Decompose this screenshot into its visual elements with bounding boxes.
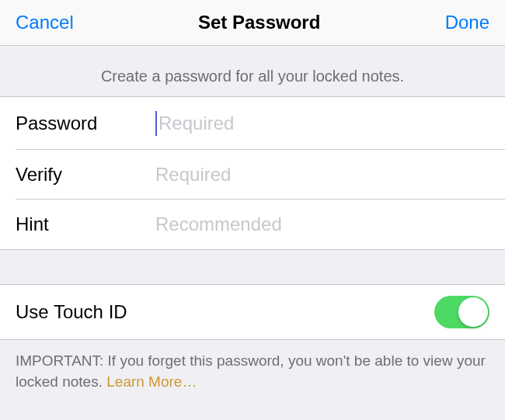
verify-row: Verify — [0, 150, 505, 200]
password-placeholder: Required — [158, 113, 234, 134]
cancel-button[interactable]: Cancel — [16, 12, 74, 33]
footer-note: IMPORTANT: If you forget this password, … — [0, 340, 505, 403]
toggle-knob-icon — [458, 297, 488, 327]
section-spacer — [0, 250, 505, 284]
text-cursor-icon — [155, 111, 157, 136]
password-form-group: Password Required Verify Hint — [0, 96, 505, 250]
hint-label: Hint — [16, 213, 155, 235]
touchid-row: Use Touch ID — [0, 284, 505, 340]
section-header: Create a password for all your locked no… — [0, 46, 505, 96]
touchid-toggle[interactable] — [434, 296, 489, 328]
learn-more-link[interactable]: Learn More… — [106, 373, 197, 390]
hint-input[interactable] — [155, 213, 489, 235]
nav-title: Set Password — [198, 12, 320, 33]
password-input-container[interactable]: Required — [155, 111, 489, 136]
touchid-label: Use Touch ID — [16, 301, 127, 323]
nav-bar: Cancel Set Password Done — [0, 0, 505, 46]
verify-label: Verify — [16, 164, 155, 186]
footer-important-text: IMPORTANT: If you forget this password, … — [16, 352, 486, 390]
done-button[interactable]: Done — [445, 12, 489, 33]
password-row: Password Required — [0, 97, 505, 150]
hint-row: Hint — [0, 200, 505, 250]
verify-input[interactable] — [155, 164, 489, 186]
password-label: Password — [16, 113, 155, 134]
